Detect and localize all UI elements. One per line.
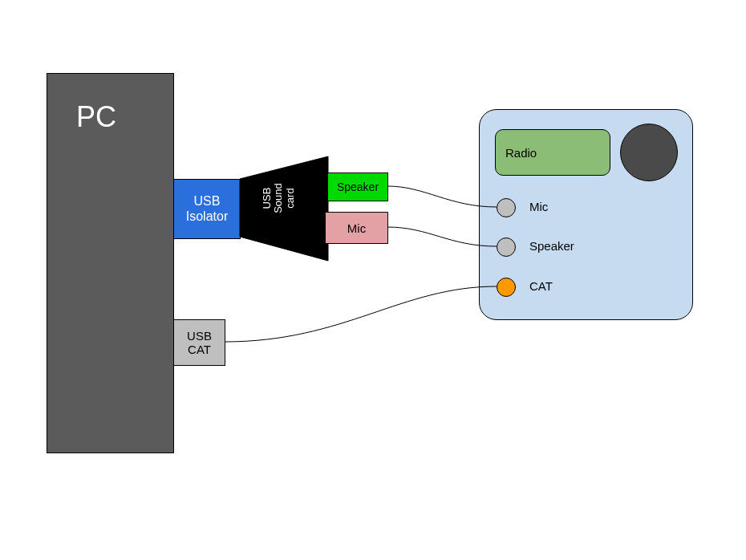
wire-usbcat-to-cat xyxy=(225,286,497,342)
sound-card-mic-in: Mic xyxy=(325,212,388,244)
usb-isolator-label: USB Isolator xyxy=(186,194,228,224)
radio-port-mic xyxy=(497,198,516,217)
radio-port-speaker-label: Speaker xyxy=(529,239,574,253)
radio-knob xyxy=(620,124,678,181)
usb-cat-label: USB CAT xyxy=(187,329,212,357)
usb-isolator: USB Isolator xyxy=(173,179,241,239)
radio-screen: Radio xyxy=(495,129,610,176)
sound-card-mic-label: Mic xyxy=(347,221,366,235)
pc-label: PC xyxy=(76,100,116,134)
radio-port-cat xyxy=(497,278,516,297)
sound-card-speaker-out: Speaker xyxy=(327,172,388,201)
radio-screen-label: Radio xyxy=(505,146,537,160)
diagram-canvas: PC USB Isolator USB CAT USB Sound card S… xyxy=(0,0,746,560)
usb-cat-adapter: USB CAT xyxy=(173,319,225,366)
radio-port-cat-label: CAT xyxy=(529,279,553,293)
sound-card-speaker-label: Speaker xyxy=(337,181,379,193)
radio-port-speaker xyxy=(497,237,516,257)
usb-sound-card-label: USB Sound card xyxy=(262,174,296,222)
radio-port-mic-label: Mic xyxy=(529,200,548,213)
